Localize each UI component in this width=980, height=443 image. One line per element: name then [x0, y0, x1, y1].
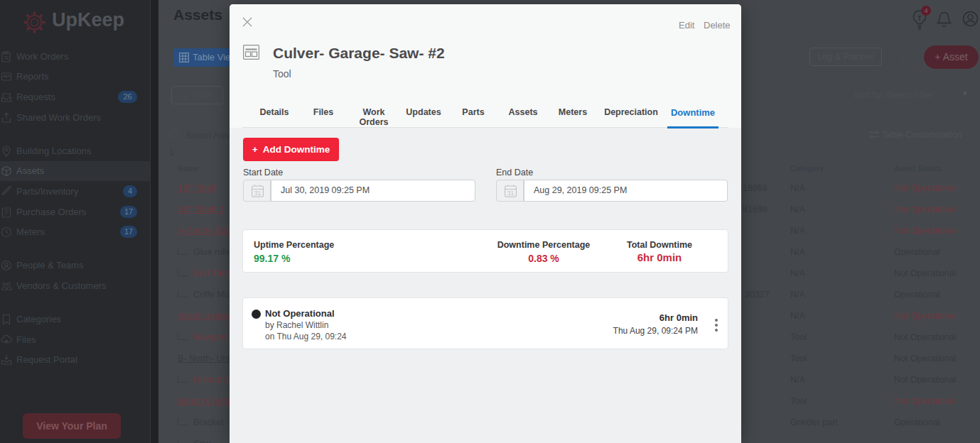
- svg-text:31: 31: [254, 190, 262, 197]
- svg-text:31: 31: [507, 190, 515, 197]
